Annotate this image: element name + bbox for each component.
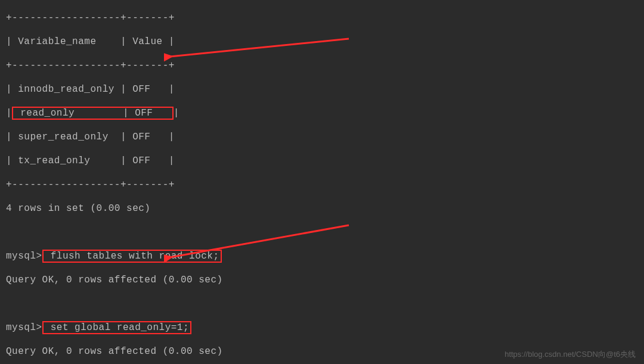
table-border: +------------------+-------+ (6, 179, 638, 191)
highlight-box-read-only-1: read_only | OFF (12, 107, 174, 120)
table-row: | super_read_only | OFF | (6, 131, 638, 143)
table-border: +------------------+-------+ (6, 12, 638, 24)
var-value: OFF (129, 108, 171, 119)
command-line[interactable]: mysql> flush tables with read lock; (6, 250, 638, 262)
table-border: +------------------+-------+ (6, 60, 638, 71)
prompt: mysql> (6, 251, 42, 262)
pipe: | (123, 108, 129, 119)
query-ok: Query OK, 0 rows affected (0.00 sec) (6, 274, 638, 286)
table-header: | Variable_name | Value | (6, 36, 638, 48)
watermark: https://blog.csdn.net/CSDN向@t6央线 (504, 349, 636, 360)
pipe: | (6, 108, 12, 119)
table-row: | tx_read_only | OFF | (6, 155, 638, 167)
table-row: | innodb_read_only | OFF | (6, 83, 638, 95)
table-row-highlighted: | read_only | OFF | (6, 107, 638, 119)
highlight-box-cmd-set: set global read_only=1; (42, 321, 191, 334)
pipe: | (174, 108, 179, 119)
command-line[interactable]: mysql> set global read_only=1; (6, 322, 638, 334)
prompt: mysql> (6, 322, 42, 333)
highlight-box-cmd-flush: flush tables with read lock; (42, 250, 222, 263)
terminal-output: +------------------+-------+ | Variable_… (0, 0, 644, 364)
result-count: 4 rows in set (0.00 sec) (6, 203, 638, 214)
var-name: read_only (14, 108, 123, 119)
